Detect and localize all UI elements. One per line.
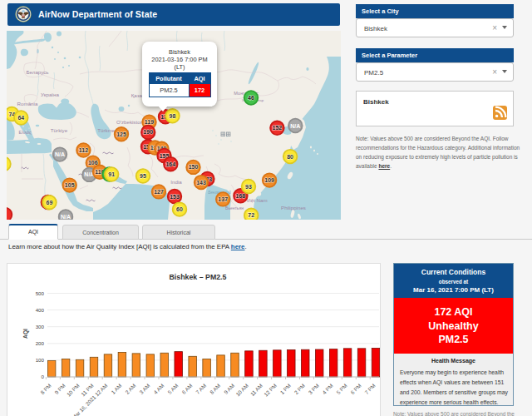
- svg-text:168: 168: [236, 193, 246, 199]
- svg-text:164: 164: [165, 161, 175, 167]
- svg-text:Вьентьян: Вьентьян: [225, 206, 244, 210]
- svg-text:7 AM: 7 AM: [195, 383, 207, 395]
- svg-text:93: 93: [245, 184, 252, 190]
- svg-text:125: 125: [116, 131, 126, 137]
- svg-text:69: 69: [47, 200, 53, 206]
- svg-text:12 PM: 12 PM: [263, 383, 278, 398]
- svg-text:8 PM: 8 PM: [39, 383, 52, 396]
- svg-text:300: 300: [36, 324, 45, 329]
- svg-text:112: 112: [79, 147, 88, 153]
- svg-text:N/A: N/A: [61, 214, 71, 220]
- svg-text:106: 106: [88, 160, 98, 166]
- svg-text:152: 152: [273, 125, 283, 131]
- svg-text:3 PM: 3 PM: [307, 383, 320, 396]
- svg-text:2 PM: 2 PM: [293, 383, 306, 396]
- svg-text:105: 105: [65, 182, 75, 188]
- svg-text:100: 100: [36, 357, 45, 363]
- svg-text:98: 98: [170, 113, 176, 119]
- svg-text:4 AM: 4 AM: [152, 383, 165, 395]
- svg-text:8 AM: 8 AM: [209, 383, 221, 395]
- svg-text:7 PM: 7 PM: [363, 383, 377, 396]
- svg-text:137: 137: [218, 196, 228, 202]
- svg-text:127: 127: [154, 189, 164, 195]
- svg-text:Україна: Україна: [41, 92, 59, 97]
- svg-text:119: 119: [145, 119, 154, 125]
- svg-text:5 AM: 5 AM: [166, 383, 179, 395]
- svg-text:60: 60: [176, 206, 183, 212]
- svg-text:9 AM: 9 AM: [223, 383, 235, 395]
- svg-text:N/A: N/A: [290, 123, 300, 129]
- svg-text:143: 143: [196, 180, 206, 186]
- svg-text:153: 153: [170, 194, 180, 200]
- svg-text:190: 190: [143, 129, 153, 135]
- svg-text:Türkiye: Türkiye: [51, 127, 68, 133]
- svg-text:Ελλάς: Ελλάς: [18, 130, 31, 135]
- svg-text:Беларусь: Беларусь: [26, 69, 48, 75]
- svg-text:11 AM: 11 AM: [249, 383, 264, 397]
- svg-text:O'zbekiston: O'zbekiston: [116, 119, 144, 125]
- svg-text:150: 150: [189, 164, 199, 170]
- svg-text:72: 72: [248, 212, 254, 218]
- svg-text:AQI: AQI: [22, 329, 29, 339]
- svg-text:Việt Nam: Việt Nam: [246, 197, 267, 203]
- svg-text:0: 0: [42, 374, 45, 379]
- svg-text:109: 109: [264, 177, 274, 183]
- svg-text:India: India: [170, 179, 182, 185]
- svg-text:1 AM: 1 AM: [110, 383, 122, 395]
- svg-text:46: 46: [248, 95, 254, 101]
- svg-text:România: România: [17, 101, 38, 106]
- svg-text:80: 80: [287, 154, 293, 160]
- svg-text:2 AM: 2 AM: [124, 383, 136, 395]
- svg-text:64: 64: [17, 115, 24, 121]
- svg-text:N/A: N/A: [55, 151, 65, 157]
- svg-text:95: 95: [140, 173, 146, 179]
- svg-text:4 PM: 4 PM: [321, 383, 334, 396]
- svg-text:Bishkek – PM2.5: Bishkek – PM2.5: [170, 273, 227, 281]
- svg-text:3 AM: 3 AM: [138, 383, 150, 395]
- svg-text:91: 91: [108, 171, 115, 177]
- svg-text:Philippines: Philippines: [281, 205, 306, 210]
- svg-text:6 AM: 6 AM: [180, 383, 193, 395]
- svg-text:6 PM: 6 PM: [349, 383, 362, 396]
- svg-text:10 PM: 10 PM: [66, 383, 81, 398]
- svg-text:1 PM: 1 PM: [279, 383, 293, 396]
- svg-text:10 AM: 10 AM: [234, 383, 249, 398]
- svg-text:5 PM: 5 PM: [335, 383, 348, 396]
- svg-text:400: 400: [36, 307, 45, 313]
- svg-text:500: 500: [36, 290, 45, 296]
- svg-text:200: 200: [36, 340, 45, 346]
